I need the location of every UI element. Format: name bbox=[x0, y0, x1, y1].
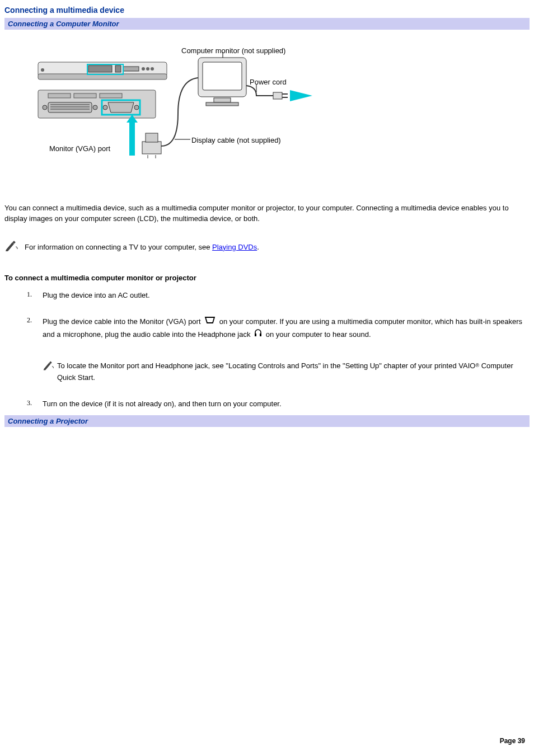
step-1: 1. Plug the device into an AC outlet. bbox=[27, 290, 530, 302]
note-icon bbox=[43, 360, 55, 370]
step2-note-a: To locate the Monitor port and Headphone… bbox=[57, 361, 475, 370]
svg-point-17 bbox=[103, 105, 107, 110]
svg-point-5 bbox=[142, 67, 145, 71]
svg-rect-31 bbox=[203, 62, 242, 90]
svg-rect-2 bbox=[88, 65, 112, 72]
note-icon bbox=[4, 240, 19, 251]
diagram-label-powercord: Power cord bbox=[250, 78, 287, 86]
step-2: 2. Plug the device cable into the Monito… bbox=[27, 316, 530, 383]
svg-point-6 bbox=[146, 67, 149, 71]
svg-marker-38 bbox=[290, 90, 312, 101]
note-suffix: . bbox=[257, 243, 259, 251]
vga-port-icon bbox=[204, 316, 216, 328]
steps-heading: To connect a multimedia computer monitor… bbox=[4, 274, 530, 282]
svg-rect-41 bbox=[255, 334, 256, 336]
note-playing-dvds: For information on connecting a TV to yo… bbox=[4, 240, 530, 251]
svg-rect-3 bbox=[115, 65, 121, 72]
note-text: For information on connecting a TV to yo… bbox=[25, 243, 259, 251]
diagram-label-vgaport: Monitor (VGA) port bbox=[49, 144, 110, 153]
step2-text-a: Plug the device cable into the Monitor (… bbox=[43, 317, 203, 326]
svg-point-7 bbox=[151, 67, 154, 71]
svg-rect-11 bbox=[48, 102, 92, 112]
diagram-label-monitor: Computer monitor (not supplied) bbox=[181, 46, 285, 55]
step-3: 3. Turn on the device (if it is not alre… bbox=[27, 398, 530, 410]
step-number: 1. bbox=[27, 290, 35, 299]
intro-paragraph: You can connect a multimedia device, suc… bbox=[4, 203, 530, 224]
svg-rect-20 bbox=[74, 93, 96, 98]
diagram-label-displaycable: Display cable (not supplied) bbox=[191, 136, 281, 144]
section-bar-monitor: Connecting a Computer Monitor bbox=[4, 18, 530, 30]
headphone-jack-icon bbox=[254, 328, 263, 341]
svg-point-15 bbox=[43, 105, 47, 110]
svg-rect-19 bbox=[48, 93, 71, 98]
svg-rect-21 bbox=[100, 93, 122, 98]
step-number: 3. bbox=[27, 398, 35, 407]
step-body: Plug the device into an AC outlet. bbox=[43, 290, 530, 302]
svg-rect-42 bbox=[260, 334, 261, 336]
svg-rect-26 bbox=[146, 133, 158, 142]
page-title: Connecting a multimedia device bbox=[4, 6, 530, 15]
svg-rect-32 bbox=[214, 98, 231, 102]
svg-rect-33 bbox=[206, 102, 238, 106]
connection-diagram: Computer monitor (not supplied) Power co… bbox=[32, 46, 530, 181]
steps-list: 1. Plug the device into an AC outlet. 2.… bbox=[27, 290, 530, 410]
diagram-svg bbox=[32, 46, 346, 181]
step2-note-text: To locate the Monitor port and Headphone… bbox=[57, 360, 530, 384]
step-body: Turn on the device (if it is not already… bbox=[43, 398, 530, 410]
step-number: 2. bbox=[27, 316, 35, 325]
svg-rect-25 bbox=[142, 142, 161, 154]
step-body: Plug the device cable into the Monitor (… bbox=[43, 316, 530, 383]
diagram-arrow-vga bbox=[127, 115, 138, 156]
step2-text-c: on your computer to hear sound. bbox=[266, 330, 371, 339]
step2-note: To locate the Monitor port and Headphone… bbox=[43, 360, 530, 384]
svg-rect-4 bbox=[123, 67, 139, 71]
link-playing-dvds[interactable]: Playing DVDs bbox=[212, 243, 257, 251]
section-bar-projector: Connecting a Projector bbox=[4, 415, 530, 427]
svg-point-16 bbox=[93, 105, 97, 110]
note-prefix: For information on connecting a TV to yo… bbox=[25, 243, 212, 251]
svg-point-18 bbox=[134, 105, 139, 110]
svg-point-8 bbox=[41, 68, 44, 72]
svg-rect-35 bbox=[273, 92, 282, 99]
